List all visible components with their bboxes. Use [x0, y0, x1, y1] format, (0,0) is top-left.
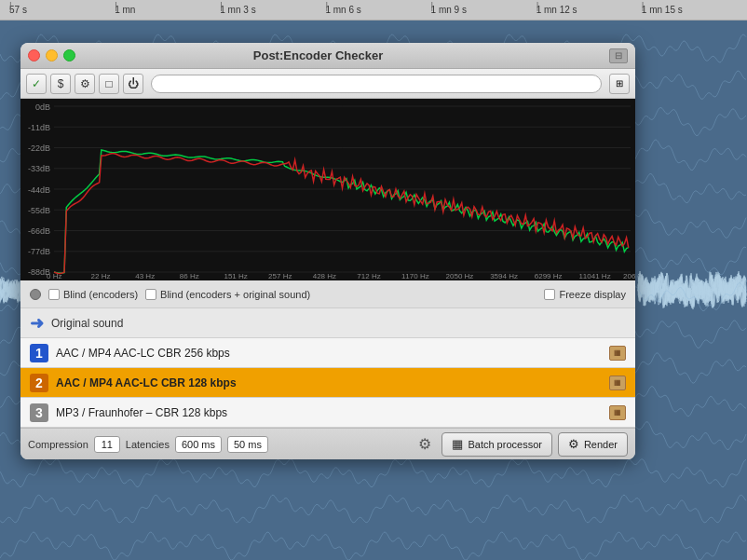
ruler-mark-4: 1 mn 6 s: [325, 5, 430, 15]
window-collapse-button[interactable]: ⊟: [609, 48, 628, 63]
power-button[interactable]: ⏻: [123, 74, 143, 94]
latency2-value: 50 ms: [227, 436, 268, 453]
controls-row: Blind (encoders) Blind (encoders + origi…: [20, 280, 635, 308]
batch-icon: ▦: [452, 437, 463, 451]
ruler-mark-6: 1 mn 12 s: [536, 5, 642, 15]
encoder-name-1: AAC / MP4 AAC-LC CBR 256 kbps: [56, 347, 602, 360]
spectrum-canvas: [20, 99, 635, 280]
ruler-mark-1: 57 s: [9, 5, 115, 15]
freeze-display[interactable]: Freeze display: [544, 289, 626, 300]
render-icon: ⚙: [568, 437, 579, 451]
blind-encoders-label: Blind (encoders): [63, 289, 138, 300]
toolbar: ✓ $ ⚙ □ ⏻ ⊞: [20, 69, 635, 99]
y-label-6: -66dB: [22, 226, 52, 236]
blind-original-label: Blind (encoders + original sound): [160, 289, 310, 300]
ruler-mark-3: 1 mn 3 s: [220, 5, 325, 15]
compression-value: 11: [94, 436, 120, 453]
timeline-ruler: 57 s 1 mn 1 mn 3 s 1 mn 6 s 1 mn 9 s 1 m…: [0, 0, 747, 20]
latency1-value: 600 ms: [175, 436, 222, 453]
encoder-row-1[interactable]: 1 AAC / MP4 AAC-LC CBR 256 kbps ▦: [20, 338, 635, 368]
ruler-marks: 57 s 1 mn 1 mn 3 s 1 mn 6 s 1 mn 9 s 1 m…: [0, 5, 747, 15]
y-label-1: -11dB: [22, 123, 52, 132]
y-label-8: -88dB: [22, 267, 52, 277]
y-label-3: -33dB: [22, 164, 52, 173]
render-button[interactable]: ⚙ Render: [558, 432, 628, 457]
advanced-settings-button[interactable]: ⚙: [414, 433, 436, 456]
window-title: Post:Encoder Checker: [27, 48, 609, 62]
save-button[interactable]: $: [50, 74, 71, 94]
encoder-settings-icon-3[interactable]: ▦: [609, 405, 626, 420]
encoder-number-1: 1: [30, 344, 48, 362]
encoder-row-3[interactable]: 3 MP3 / Fraunhofer – CBR 128 kbps ▦: [20, 398, 635, 428]
batch-processor-label: Batch processor: [468, 439, 541, 450]
status-dot: [30, 289, 41, 300]
encoder-number-3: 3: [30, 403, 48, 422]
compression-label: Compression: [28, 439, 88, 450]
original-sound-row[interactable]: ➜ Original sound: [20, 308, 635, 338]
ruler-mark-7: 1 mn 15 s: [642, 5, 747, 15]
arrow-icon: ➜: [30, 313, 44, 334]
y-label-0: 0dB: [22, 102, 52, 112]
blind-encoders-checkbox[interactable]: Blind (encoders): [48, 289, 138, 300]
info-button[interactable]: □: [99, 74, 119, 94]
freeze-label: Freeze display: [559, 289, 626, 300]
encoder-name-3: MP3 / Fraunhofer – CBR 128 kbps: [56, 406, 602, 419]
grid-button[interactable]: ⊞: [609, 74, 630, 94]
y-label-4: -44dB: [22, 185, 52, 195]
batch-processor-button[interactable]: ▦ Batch processor: [441, 432, 551, 457]
ruler-mark-5: 1 mn 9 s: [431, 5, 536, 15]
ruler-mark-2: 1 mn: [115, 5, 220, 15]
encoder-settings-icon-1[interactable]: ▦: [609, 346, 626, 361]
blind-encoders-cb[interactable]: [48, 289, 60, 300]
main-window: Post:Encoder Checker ⊟ ✓ $ ⚙ □ ⏻ ⊞ 0dB -…: [20, 43, 635, 459]
spectrum-y-labels: 0dB -11dB -22dB -33dB -44dB -55dB -66dB …: [20, 99, 54, 280]
y-label-5: -55dB: [22, 206, 52, 215]
bottom-bar: Compression 11 Latencies 600 ms 50 ms ⚙ …: [20, 428, 635, 459]
freeze-cb[interactable]: [544, 289, 555, 300]
spectrum-analyzer: 0dB -11dB -22dB -33dB -44dB -55dB -66dB …: [20, 99, 635, 280]
blind-original-checkbox[interactable]: Blind (encoders + original sound): [145, 289, 310, 300]
encoder-number-2: 2: [30, 374, 48, 392]
checkmark-button[interactable]: ✓: [26, 74, 47, 94]
encoder-name-2: AAC / MP4 AAC-LC CBR 128 kbps: [56, 376, 602, 389]
y-label-7: -77dB: [22, 247, 52, 256]
titlebar: Post:Encoder Checker ⊟: [20, 43, 635, 69]
render-label: Render: [584, 439, 618, 450]
encoder-settings-icon-2[interactable]: ▦: [609, 376, 626, 390]
encoder-row-2[interactable]: 2 AAC / MP4 AAC-LC CBR 128 kbps ▦: [20, 368, 635, 398]
y-label-2: -22dB: [22, 143, 52, 153]
search-input[interactable]: [151, 75, 602, 93]
settings-button[interactable]: ⚙: [75, 74, 95, 94]
original-sound-label: Original sound: [51, 317, 123, 330]
latencies-label: Latencies: [126, 439, 170, 450]
blind-original-cb[interactable]: [145, 289, 156, 300]
